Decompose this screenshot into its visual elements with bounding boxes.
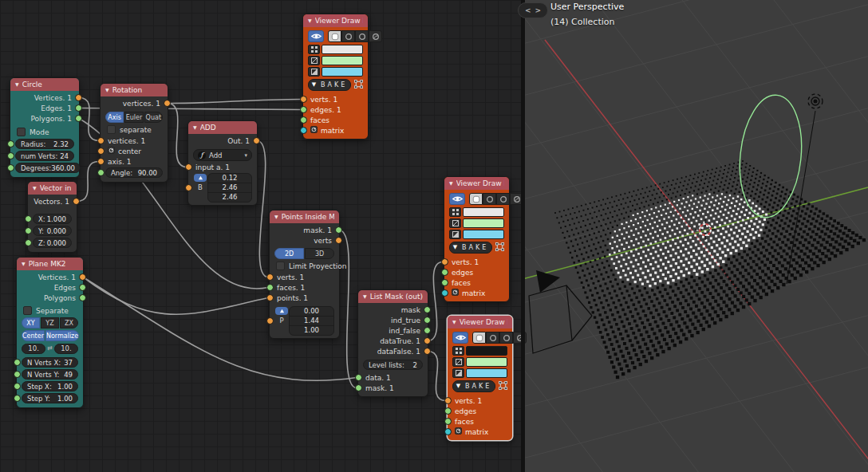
node-points[interactable]: ▼Points Inside Meshmask. 1verts2D3DLimit… [269, 210, 340, 339]
socket[interactable] [25, 215, 32, 222]
socket[interactable] [444, 397, 452, 404]
socket[interactable] [266, 317, 274, 324]
faces-color-icon[interactable] [449, 230, 461, 239]
faces-color-icon[interactable] [308, 67, 320, 77]
color-swatch[interactable] [463, 207, 504, 217]
value-field[interactable]: N Verts Y:49 [22, 369, 78, 380]
ring-icon[interactable] [341, 30, 355, 42]
value-field[interactable]: 1.44 [289, 316, 334, 326]
collapse-triangle-icon[interactable]: ▼ [15, 82, 19, 87]
value-field[interactable]: X:1.000 [33, 214, 72, 224]
node-viewer_top[interactable]: ▼Viewer Draw Mk3▼BAKEverts. 1edges. 1fac… [302, 14, 369, 140]
segment-button-normalize[interactable]: Normalize [45, 330, 79, 341]
socket[interactable] [441, 269, 448, 276]
node-vector_in[interactable]: ▼Vector inVectors. 1X:1.000Y:0.000Z:0.00… [27, 181, 77, 253]
frame-icon[interactable] [499, 381, 507, 391]
node-rotation[interactable]: ▼Rotationvertices. 1AxisEulerQuatseparat… [100, 83, 168, 183]
vectorize-toggle-button[interactable] [194, 174, 207, 182]
node-viewer_mid[interactable]: ▼Viewer Draw Mk3▼BAKEverts. 1edgesfacesm… [444, 176, 510, 302]
value-field[interactable]: Step X:1.00 [22, 381, 78, 391]
socket[interactable] [355, 384, 362, 391]
color-swatch[interactable] [322, 56, 363, 65]
socket[interactable] [7, 140, 14, 148]
segment-button-xy[interactable]: XY [22, 317, 40, 328]
value-field[interactable]: 10. [22, 344, 45, 354]
socket[interactable] [14, 359, 21, 366]
collapse-triangle-icon[interactable]: ▼ [105, 88, 109, 92]
socket[interactable] [335, 237, 342, 244]
eye-icon[interactable] [452, 332, 468, 344]
bake-button[interactable]: ▼BAKE [452, 380, 495, 392]
socket[interactable] [441, 289, 448, 297]
socket[interactable] [300, 106, 307, 113]
node-list_mask[interactable]: ▼List Mask (out)maskind_trueind_falsedat… [357, 289, 428, 397]
socket[interactable] [14, 395, 21, 402]
socket[interactable] [266, 273, 274, 281]
socket[interactable] [97, 158, 105, 165]
bake-button[interactable]: ▼BAKE [308, 79, 351, 91]
value-field[interactable]: Degrees:360.00 [15, 163, 81, 173]
ring-icon[interactable] [483, 193, 496, 205]
segment-button-quat[interactable]: Quat [144, 112, 163, 123]
sphere-icon[interactable] [369, 30, 382, 42]
node-header[interactable]: ▼Viewer Draw Mk3 [444, 177, 509, 190]
rounded-square-icon[interactable] [469, 193, 483, 205]
color-swatch[interactable] [463, 218, 504, 228]
socket[interactable] [300, 96, 307, 103]
rounded-square-icon[interactable] [472, 332, 486, 344]
socket[interactable] [97, 148, 105, 155]
collapse-triangle-icon[interactable]: ▼ [449, 181, 453, 186]
node-add[interactable]: ▼ADDOut. 1ƒAdd▾input a. 10.12B2.462.46 [187, 120, 258, 206]
eye-icon[interactable] [308, 30, 324, 42]
socket[interactable] [79, 284, 86, 291]
collapse-triangle-icon[interactable]: ▼ [33, 186, 37, 191]
rounded-square-icon[interactable] [328, 30, 341, 42]
edges-color-icon[interactable] [308, 56, 320, 65]
mode-dropdown[interactable]: ƒAdd▾ [193, 149, 252, 161]
socket[interactable] [266, 294, 274, 301]
socket[interactable] [424, 348, 431, 355]
value-field[interactable]: Angle:90.00 [105, 167, 163, 178]
segment-button-3d[interactable]: 3D [305, 248, 334, 259]
value-field[interactable]: 10. [54, 344, 78, 354]
editor-divider[interactable] [521, 0, 525, 472]
value-field[interactable]: 1.00 [289, 325, 334, 336]
collapse-triangle-icon[interactable]: ▼ [193, 125, 197, 130]
socket[interactable] [185, 184, 192, 191]
value-field[interactable]: N Verts X:37 [22, 357, 78, 368]
faces-color-icon[interactable] [452, 368, 464, 378]
socket[interactable] [79, 273, 86, 281]
bake-button[interactable]: ▼BAKE [449, 242, 492, 254]
socket[interactable] [444, 418, 452, 425]
ring-icon[interactable] [496, 193, 510, 205]
socket[interactable] [441, 279, 448, 286]
color-swatch[interactable] [463, 230, 504, 239]
socket[interactable] [164, 100, 171, 107]
node-circle[interactable]: ▼CircleVertices. 1Edges. 1Polygons. 1Mod… [10, 77, 80, 178]
node-header[interactable]: ▼Viewer Draw Mk3 [448, 316, 512, 328]
verts-color-icon[interactable] [449, 207, 461, 217]
node-viewer_bottom[interactable]: ▼Viewer Draw Mk3▼BAKEverts. 1edgesfacesm… [447, 315, 513, 441]
socket[interactable] [335, 226, 342, 234]
frame-icon[interactable] [495, 242, 504, 253]
node-header[interactable]: ▼Viewer Draw Mk3 [303, 14, 368, 27]
socket[interactable] [355, 374, 362, 381]
color-swatch[interactable] [322, 45, 363, 54]
socket[interactable] [266, 284, 274, 291]
socket[interactable] [424, 306, 431, 313]
socket[interactable] [75, 94, 82, 101]
socket[interactable] [14, 383, 21, 390]
color-swatch[interactable] [466, 346, 507, 356]
value-field[interactable]: 2.46 [207, 183, 252, 193]
socket[interactable] [25, 227, 32, 234]
value-field[interactable]: Z:0.000 [33, 238, 72, 248]
eye-icon[interactable] [449, 193, 465, 205]
node-header[interactable]: ▼Vector in [28, 182, 77, 195]
checkbox[interactable] [107, 125, 116, 134]
node-header[interactable]: ▼Points Inside Mesh [270, 210, 339, 223]
socket[interactable] [253, 137, 260, 144]
socket[interactable] [300, 116, 307, 124]
collapse-triangle-icon[interactable]: ▼ [274, 214, 278, 219]
node-header[interactable]: ▼Plane MK2 [17, 258, 83, 270]
socket[interactable] [444, 407, 452, 415]
